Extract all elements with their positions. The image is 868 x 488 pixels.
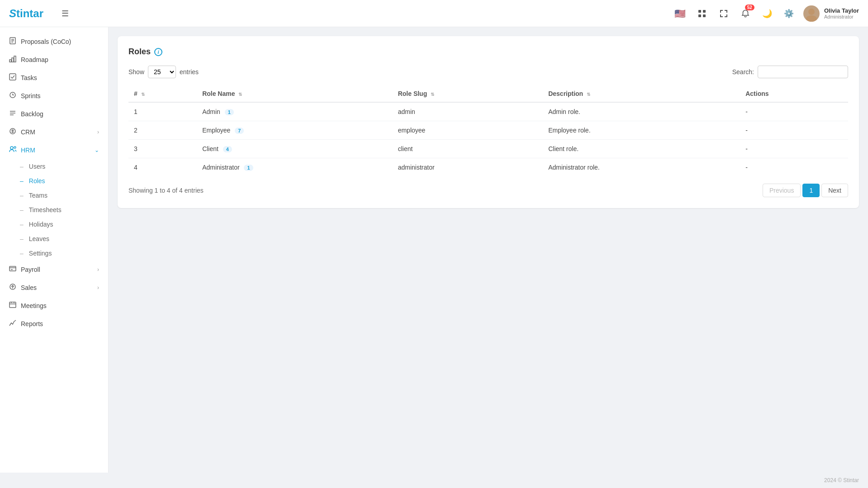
svg-point-23 [14,147,16,148]
cell-role-name: Admin 1 [197,102,393,121]
svg-rect-3 [703,14,706,17]
search-label: Search: [732,68,754,76]
header: Stintar ☰ 🇺🇸 52 🌙 ⚙️ [0,0,868,27]
crm-chevron: › [97,129,99,135]
hrm-chevron: ⌄ [95,147,99,153]
sidebar-sub-label-roles: Roles [29,177,45,185]
expand-icon[interactable] [716,6,731,21]
svg-point-4 [808,9,815,15]
theme-icon[interactable]: 🌙 [760,6,774,21]
cell-actions: - [740,140,848,158]
sidebar-label-sprints: Sprints [21,92,41,99]
next-button[interactable]: Next [821,184,848,197]
role-slug-sort-icon[interactable]: ⇅ [431,92,434,97]
user-profile[interactable]: Olivia Taylor Administrator [803,5,859,22]
svg-rect-1 [703,10,706,13]
sidebar-item-tasks[interactable]: Tasks [0,69,108,87]
sidebar-item-sales[interactable]: Sales › [0,279,108,297]
sidebar-item-payroll[interactable]: Payroll › [0,261,108,279]
sidebar-label-crm: CRM [21,128,35,136]
sprints-icon [9,91,16,100]
sidebar-item-crm[interactable]: CRM › [0,123,108,141]
flag-icon[interactable]: 🇺🇸 [673,6,688,21]
roadmap-icon [9,55,16,64]
cell-role-name: Employee 7 [197,121,393,140]
svg-rect-0 [698,10,701,13]
num-sort-icon[interactable]: ⇅ [141,92,145,97]
hamburger-icon[interactable]: ☰ [62,9,69,19]
sidebar-label-tasks: Tasks [21,74,37,81]
role-badge: 1 [244,165,253,171]
notification-icon[interactable]: 52 [738,6,753,21]
sidebar-sub-item-teams[interactable]: – Teams [0,188,108,203]
cell-actions: - [740,121,848,140]
cell-num: 1 [128,102,197,121]
description-sort-icon[interactable]: ⇅ [587,92,590,97]
previous-button[interactable]: Previous [763,184,801,197]
svg-rect-13 [9,74,16,80]
sidebar-item-roadmap[interactable]: Roadmap [0,51,108,69]
sidebar-sub-item-timesheets[interactable]: – Timesheets [0,203,108,217]
table-head: # ⇅ Role Name ⇅ Role Slug ⇅ Descriptio [128,85,848,102]
sidebar-sub-item-leaves[interactable]: – Leaves [0,232,108,246]
show-entries-control: Show 10 25 50 100 entries [128,66,199,78]
user-role: Administrator [824,14,859,19]
role-badge: 4 [223,146,232,152]
layout: Proposals (CoCo) Roadmap Tasks Sprints [0,0,868,473]
meetings-icon [9,301,16,310]
cell-role-slug: administrator [393,158,543,177]
sidebar-sub-label-teams: Teams [29,192,47,199]
table-body: 1 Admin 1 admin Admin role. - 2 Employee… [128,102,848,176]
svg-rect-11 [12,58,14,62]
info-icon: i [154,48,162,56]
sidebar-sub-item-holidays[interactable]: – Holidays [0,217,108,232]
entries-select[interactable]: 10 25 50 100 [148,66,176,78]
sidebar-label-backlog: Backlog [21,110,43,118]
cell-num: 2 [128,121,197,140]
showing-text: Showing 1 to 4 of 4 entries [128,187,204,194]
svg-rect-10 [9,60,11,62]
footer-text: 2024 © Stintar [824,477,859,483]
sidebar-sub-label-timesheets: Timesheets [29,206,62,213]
sidebar-sub-item-settings[interactable]: – Settings [0,246,108,261]
card-title: Roles i [128,47,848,57]
header-right: 🇺🇸 52 🌙 ⚙️ [673,5,859,22]
table-header-row: # ⇅ Role Name ⇅ Role Slug ⇅ Descriptio [128,85,848,102]
sidebar-item-hrm[interactable]: HRM ⌄ [0,141,108,159]
col-header-role-name: Role Name ⇅ [197,85,393,102]
tasks-icon [9,73,16,82]
role-name-sort-icon[interactable]: ⇅ [238,92,242,97]
sidebar-sub-item-users[interactable]: – Users [0,159,108,174]
sidebar-label-proposals: Proposals (CoCo) [21,38,71,45]
sales-chevron: › [97,284,99,291]
user-info: Olivia Taylor Administrator [824,7,859,19]
roles-card: Roles i Show 10 25 50 100 entries Search… [118,36,859,208]
table-row: 2 Employee 7 employee Employee role. - [128,121,848,140]
grid-icon[interactable] [695,6,709,21]
sidebar-item-proposals[interactable]: Proposals (CoCo) [0,33,108,51]
cell-description: Client role. [543,140,740,158]
svg-point-22 [10,147,13,149]
cell-description: Admin role. [543,102,740,121]
search-input[interactable] [758,66,848,78]
sidebar-item-backlog[interactable]: Backlog [0,105,108,123]
cell-role-slug: employee [393,121,543,140]
crm-icon [9,128,16,137]
payroll-chevron: › [97,266,99,273]
proposals-icon [9,37,16,46]
sidebar-item-sprints[interactable]: Sprints [0,87,108,105]
reports-icon [9,319,16,328]
page-1-button[interactable]: 1 [802,184,820,197]
sidebar-sub-label-settings: Settings [29,250,52,257]
sidebar-item-meetings[interactable]: Meetings [0,297,108,315]
svg-rect-2 [698,14,701,17]
sidebar-item-reports[interactable]: Reports [0,315,108,333]
col-header-num: # ⇅ [128,85,197,102]
settings-icon[interactable]: ⚙️ [782,6,796,21]
sidebar-sub-item-roles[interactable]: – Roles [0,174,108,188]
user-name: Olivia Taylor [824,7,859,14]
avatar [803,5,820,22]
notification-badge: 52 [745,5,754,10]
sales-icon [9,283,16,292]
header-left: Stintar ☰ [9,7,69,20]
